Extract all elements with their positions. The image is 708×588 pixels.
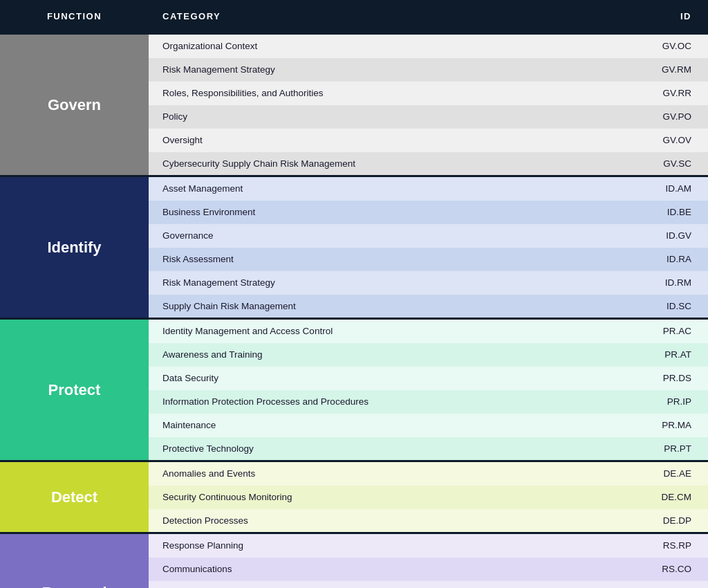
function-label-protect: Protect (0, 320, 149, 460)
category-cell: Anomalies and Events (149, 468, 625, 479)
table-row: AnalysisRS.AN (149, 581, 708, 588)
table-row: Awareness and TrainingPR.AT (149, 343, 708, 367)
id-cell: ID.RM (625, 277, 708, 288)
table-row: Organizational ContextGV.OC (149, 35, 708, 58)
table-row: Risk AssessmentID.RA (149, 248, 708, 271)
category-cell: Asset Management (149, 183, 625, 194)
id-cell: GV.SC (625, 158, 708, 169)
table-row: Security Continuous MonitoringDE.CM (149, 486, 708, 509)
category-cell: Identity Management and Access Control (149, 326, 625, 336)
table-row: MaintenancePR.MA (149, 414, 708, 437)
id-cell: GV.OV (625, 135, 708, 145)
table-header: FUNCTION CATEGORY ID (0, 0, 708, 33)
category-cell: Oversight (149, 135, 625, 145)
category-cell: Response Planning (149, 540, 625, 551)
section-govern: GovernOrganizational ContextGV.OCRisk Ma… (0, 35, 708, 175)
rows-detect: Anomalies and EventsDE.AESecurity Contin… (149, 462, 708, 532)
table-row: Roles, Responsibilities, and Authorities… (149, 82, 708, 105)
category-cell: Cybersecurity Supply Chain Risk Manageme… (149, 158, 625, 169)
rows-respond: Response PlanningRS.RPCommunicationsRS.C… (149, 534, 708, 588)
function-text-respond: Respond (41, 584, 106, 589)
section-identify: IdentifyAsset ManagementID.AMBusiness En… (0, 177, 708, 318)
category-cell: Business Environment (149, 207, 625, 217)
category-cell: Risk Management Strategy (149, 277, 625, 288)
id-cell: PR.IP (625, 396, 708, 407)
category-cell: Organizational Context (149, 41, 625, 51)
function-text-protect: Protect (48, 381, 101, 399)
category-header: CATEGORY (149, 8, 625, 24)
table-row: Information Protection Processes and Pro… (149, 390, 708, 414)
category-cell: Information Protection Processes and Pro… (149, 396, 625, 407)
function-header: FUNCTION (0, 8, 149, 24)
table-row: Risk Management StrategyGV.RM (149, 58, 708, 82)
rows-protect: Identity Management and Access ControlPR… (149, 320, 708, 460)
function-text-identify: Identify (47, 239, 101, 257)
section-detect: DetectAnomalies and EventsDE.AESecurity … (0, 462, 708, 532)
table-row: Data SecurityPR.DS (149, 367, 708, 390)
id-cell: PR.AT (625, 349, 708, 360)
id-cell: RS.RP (625, 540, 708, 551)
category-cell: Risk Management Strategy (149, 64, 625, 75)
id-cell: ID.RA (625, 254, 708, 264)
table-row: OversightGV.OV (149, 129, 708, 152)
section-protect: ProtectIdentity Management and Access Co… (0, 320, 708, 460)
category-cell: Roles, Responsibilities, and Authorities (149, 88, 625, 98)
id-cell: ID.BE (625, 207, 708, 217)
table-row: Risk Management StrategyID.RM (149, 271, 708, 295)
id-cell: RS.CO (625, 564, 708, 574)
id-cell: ID.GV (625, 230, 708, 241)
category-cell: Supply Chain Risk Management (149, 301, 625, 311)
rows-govern: Organizational ContextGV.OCRisk Manageme… (149, 35, 708, 175)
table-row: Cybersecurity Supply Chain Risk Manageme… (149, 152, 708, 175)
table-row: Identity Management and Access ControlPR… (149, 320, 708, 343)
category-cell: Detection Processes (149, 515, 625, 526)
category-cell: Governance (149, 230, 625, 241)
category-cell: Maintenance (149, 420, 625, 430)
function-text-detect: Detect (51, 488, 97, 506)
category-cell: Security Continuous Monitoring (149, 492, 625, 502)
function-label-detect: Detect (0, 462, 149, 532)
function-label-govern: Govern (0, 35, 149, 175)
function-label-identify: Identify (0, 177, 149, 318)
main-table: FUNCTION CATEGORY ID GovernOrganizationa… (0, 0, 708, 588)
id-cell: DE.AE (625, 468, 708, 479)
category-cell: Protective Technology (149, 443, 625, 454)
category-cell: Policy (149, 111, 625, 122)
function-label-respond: Respond (0, 534, 149, 588)
table-row: CommunicationsRS.CO (149, 558, 708, 581)
category-cell: Awareness and Training (149, 349, 625, 360)
id-cell: GV.RM (625, 64, 708, 75)
table-row: Detection ProcessesDE.DP (149, 509, 708, 532)
table-row: Asset ManagementID.AM (149, 177, 708, 201)
table-row: Anomalies and EventsDE.AE (149, 462, 708, 486)
function-text-govern: Govern (48, 96, 101, 114)
table-row: Protective TechnologyPR.PT (149, 437, 708, 460)
section-respond: RespondResponse PlanningRS.RPCommunicati… (0, 534, 708, 588)
id-cell: GV.RR (625, 88, 708, 98)
id-cell: GV.OC (625, 41, 708, 51)
table-row: Response PlanningRS.RP (149, 534, 708, 558)
id-cell: ID.AM (625, 183, 708, 194)
category-cell: Data Security (149, 373, 625, 383)
rows-identify: Asset ManagementID.AMBusiness Environmen… (149, 177, 708, 318)
id-cell: GV.PO (625, 111, 708, 122)
id-cell: PR.DS (625, 373, 708, 383)
category-cell: Risk Assessment (149, 254, 625, 264)
id-header: ID (625, 8, 708, 24)
id-cell: PR.AC (625, 326, 708, 336)
category-cell: Communications (149, 564, 625, 574)
id-cell: ID.SC (625, 301, 708, 311)
table-row: PolicyGV.PO (149, 105, 708, 129)
id-cell: PR.PT (625, 443, 708, 454)
table-row: Business EnvironmentID.BE (149, 201, 708, 224)
id-cell: DE.CM (625, 492, 708, 502)
id-cell: DE.DP (625, 515, 708, 526)
id-cell: PR.MA (625, 420, 708, 430)
table-row: Supply Chain Risk ManagementID.SC (149, 295, 708, 318)
table-row: GovernanceID.GV (149, 224, 708, 248)
